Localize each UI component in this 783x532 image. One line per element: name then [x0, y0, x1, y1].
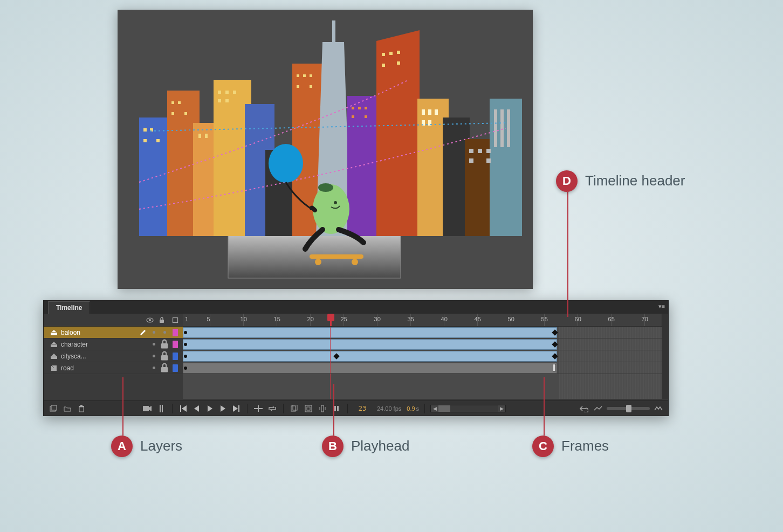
svg-marker-89 [182, 405, 187, 412]
svg-rect-17 [143, 128, 147, 132]
layer-track[interactable] [183, 338, 662, 350]
outline-color-swatch[interactable] [171, 329, 180, 336]
timeline-scrollbar[interactable]: ◀ ▶ [430, 405, 506, 412]
play-button[interactable] [204, 403, 216, 414]
outline-color-swatch[interactable] [171, 364, 180, 372]
svg-rect-70 [173, 317, 178, 322]
camera-button[interactable] [142, 403, 153, 414]
svg-rect-19 [143, 139, 147, 142]
visibility-toggle[interactable] [149, 367, 158, 369]
svg-point-66 [352, 259, 358, 265]
svg-rect-87 [162, 405, 163, 412]
annotation-label-c: Frames [561, 438, 609, 454]
svg-rect-78 [161, 367, 168, 372]
lock-toggle[interactable] [160, 363, 169, 373]
svg-marker-91 [208, 405, 212, 412]
step-back-button[interactable] [191, 403, 203, 414]
layer-track[interactable] [183, 362, 662, 374]
svg-rect-24 [184, 112, 187, 115]
center-frame-button[interactable] [253, 403, 264, 414]
svg-rect-53 [500, 109, 504, 147]
layer-type-icon [50, 353, 58, 360]
panel-menu-button[interactable]: ▾≡ [658, 303, 665, 310]
modify-markers-button[interactable] [331, 403, 342, 414]
svg-rect-56 [358, 107, 361, 109]
svg-rect-88 [180, 405, 181, 412]
lock-toggle[interactable] [160, 339, 169, 349]
marker-button[interactable] [156, 403, 167, 414]
layer-row[interactable]: citysca... [44, 350, 183, 362]
svg-rect-42 [422, 109, 425, 115]
go-to-first-frame-button[interactable] [178, 403, 190, 414]
undo-button[interactable] [579, 403, 589, 414]
layer-row[interactable]: road [44, 362, 183, 374]
loop-button[interactable] [267, 403, 278, 414]
annotation-badge-c: C [532, 436, 554, 457]
lock-toggle[interactable] [160, 331, 169, 334]
onion-skin-outlines-button[interactable] [303, 403, 314, 414]
visibility-toggle[interactable] [149, 331, 158, 334]
go-to-last-frame-button[interactable] [230, 403, 242, 414]
svg-rect-32 [297, 74, 299, 77]
annotation-c: C Frames [532, 436, 609, 457]
new-layer-button[interactable] [48, 403, 59, 414]
svg-rect-51 [486, 158, 491, 163]
svg-rect-30 [218, 99, 221, 102]
scroll-right-button[interactable]: ▶ [498, 406, 505, 411]
visibility-toggle[interactable] [149, 355, 158, 357]
layer-row[interactable]: baloon [44, 327, 183, 338]
scroll-left-button[interactable]: ◀ [431, 406, 438, 411]
visibility-column-icon[interactable] [146, 317, 154, 323]
elapsed-time-field[interactable]: 0.9 [407, 405, 416, 412]
annotation-badge-d: D [556, 170, 578, 192]
svg-rect-75 [161, 355, 168, 361]
svg-rect-35 [297, 85, 299, 88]
layer-name-label[interactable]: baloon [60, 329, 136, 336]
zoom-in-button[interactable] [653, 403, 664, 414]
svg-rect-49 [486, 149, 491, 153]
svg-rect-50 [469, 158, 473, 163]
layer-row[interactable]: character [44, 338, 183, 350]
visibility-toggle[interactable] [149, 343, 158, 346]
svg-point-63 [334, 201, 337, 204]
svg-rect-73 [161, 343, 168, 349]
timeline-zoom-slider[interactable] [607, 407, 650, 410]
layer-type-icon [50, 341, 58, 348]
svg-rect-96 [254, 408, 263, 409]
svg-rect-72 [51, 344, 57, 347]
annotation-label-a: Layers [140, 438, 182, 454]
layer-track[interactable] [183, 327, 662, 338]
svg-point-62 [318, 183, 333, 192]
new-folder-button[interactable] [62, 403, 73, 414]
svg-rect-55 [352, 107, 354, 109]
edit-icon [139, 329, 147, 336]
svg-rect-59 [365, 115, 367, 118]
step-forward-button[interactable] [217, 403, 229, 414]
playhead[interactable] [330, 314, 332, 326]
lock-column-icon[interactable] [159, 317, 167, 323]
layer-name-label[interactable]: citysca... [60, 353, 136, 360]
timeline-tab[interactable]: Timeline [48, 301, 90, 314]
edit-multiple-frames-button[interactable] [317, 403, 328, 414]
annotation-badge-b: B [322, 436, 344, 457]
frame-rate-field[interactable]: 24.00 fps [375, 405, 403, 412]
outline-column-icon[interactable] [172, 317, 180, 323]
outline-color-swatch[interactable] [171, 341, 180, 348]
lock-toggle[interactable] [160, 351, 169, 361]
svg-rect-44 [435, 109, 438, 115]
svg-rect-58 [352, 115, 354, 118]
playback-controls [178, 403, 242, 414]
onion-skin-button[interactable] [289, 403, 300, 414]
svg-rect-69 [160, 320, 164, 323]
zoom-out-button[interactable] [593, 403, 603, 414]
outline-color-swatch[interactable] [171, 353, 180, 360]
svg-rect-33 [303, 74, 306, 77]
layer-name-label[interactable]: road [60, 364, 136, 372]
current-frame-field[interactable]: 23 [353, 405, 372, 412]
layer-track[interactable] [183, 350, 662, 362]
timeline-ruler[interactable]: 1510152025303540455055606570 [183, 314, 662, 327]
panel-tab-bar: Timeline ▾≡ [44, 301, 668, 314]
layer-name-label[interactable]: character [60, 341, 136, 348]
delete-layer-button[interactable] [76, 403, 87, 414]
svg-rect-40 [382, 64, 385, 67]
